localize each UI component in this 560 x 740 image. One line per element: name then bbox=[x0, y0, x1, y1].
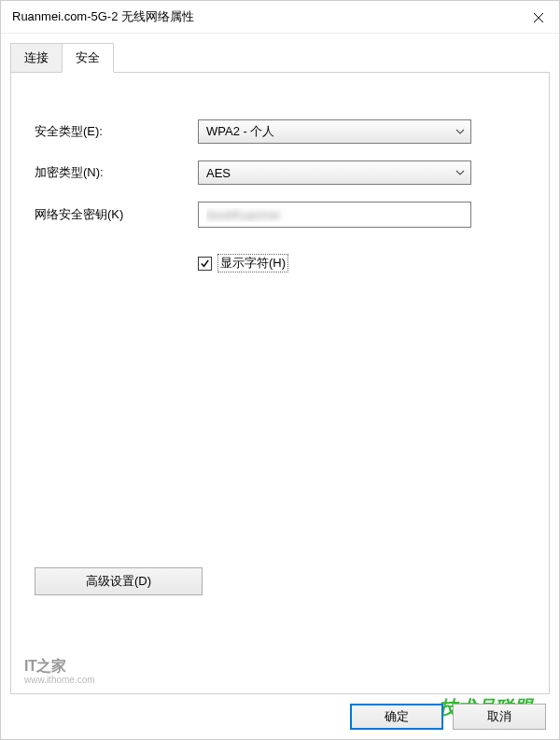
row-security-type: 安全类型(E): WPA2 - 个人 bbox=[35, 119, 525, 144]
tab-security[interactable]: 安全 bbox=[62, 43, 114, 73]
select-encryption-type[interactable]: AES bbox=[198, 161, 471, 185]
titlebar: Ruanmei.com-5G-2 无线网络属性 bbox=[1, 1, 559, 34]
cancel-button[interactable]: 取消 bbox=[453, 704, 546, 730]
tabs-container: 连接 安全 安全类型(E): WPA2 - 个人 加密类型(N): AES 网络… bbox=[1, 34, 559, 694]
select-security-type[interactable]: WPA2 - 个人 bbox=[198, 119, 471, 144]
input-network-key[interactable] bbox=[198, 202, 471, 228]
close-button[interactable] bbox=[517, 1, 559, 34]
label-network-key: 网络安全密钥(K) bbox=[35, 206, 198, 223]
chevron-down-icon bbox=[455, 129, 465, 134]
window: Ruanmei.com-5G-2 无线网络属性 连接 安全 安全类型(E): W… bbox=[0, 0, 560, 740]
select-security-type-value: WPA2 - 个人 bbox=[206, 123, 274, 140]
tab-panel-security: 安全类型(E): WPA2 - 个人 加密类型(N): AES 网络安全密钥(K… bbox=[10, 72, 550, 694]
ok-button[interactable]: 确定 bbox=[350, 704, 443, 730]
checkbox-show-chars[interactable] bbox=[198, 257, 212, 271]
chevron-down-icon bbox=[455, 170, 465, 175]
watermark-ithome: IT之家 www.ithome.com bbox=[24, 657, 95, 686]
tab-connection[interactable]: 连接 bbox=[10, 43, 63, 73]
check-icon bbox=[200, 258, 210, 269]
label-show-chars[interactable]: 显示字符(H) bbox=[217, 254, 288, 272]
label-security-type: 安全类型(E): bbox=[35, 123, 198, 140]
label-encryption-type: 加密类型(N): bbox=[35, 164, 198, 181]
row-encryption-type: 加密类型(N): AES bbox=[35, 161, 525, 185]
row-network-key: 网络安全密钥(K) bbox=[35, 202, 525, 228]
row-show-chars: 显示字符(H) bbox=[198, 254, 525, 272]
tabs-row: 连接 安全 bbox=[10, 43, 550, 73]
window-title: Ruanmei.com-5G-2 无线网络属性 bbox=[12, 8, 194, 25]
advanced-settings-button[interactable]: 高级设置(D) bbox=[35, 567, 203, 595]
dialog-button-row: 技术员联盟 www.jsgho.com 确定 取消 bbox=[1, 694, 559, 739]
select-encryption-type-value: AES bbox=[206, 166, 231, 180]
close-icon bbox=[533, 12, 544, 23]
